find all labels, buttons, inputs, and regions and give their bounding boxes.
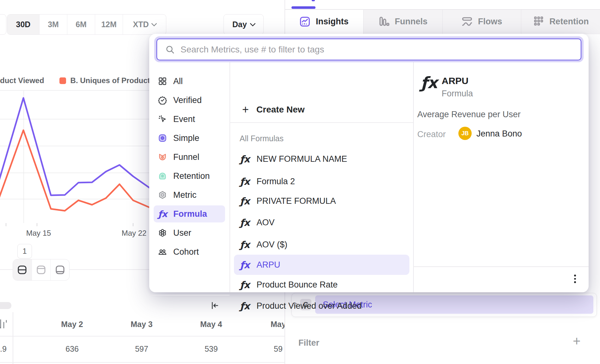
event-cursor-icon (158, 115, 167, 124)
category-metric-label: Metric (173, 190, 197, 200)
creator-label: Creator (417, 130, 446, 139)
formula-item[interactable]: ƒxPRIVATE FORMULA (234, 192, 409, 210)
tab-flows-label: Flows (478, 17, 502, 27)
tab-insights-label: Insights (316, 17, 349, 27)
more-options-button[interactable] (573, 273, 577, 284)
filter-section-label: Filter (298, 338, 319, 348)
layout-bottom-icon (55, 264, 65, 275)
section-label: All Formulas (240, 134, 284, 143)
layout-split-button[interactable] (13, 259, 32, 280)
retention-shape-icon (158, 172, 167, 180)
table-cell-may2: 636 (50, 344, 94, 354)
detail-type: Formula (442, 89, 473, 99)
fx-icon: ƒx (240, 176, 249, 187)
formula-item-label: ARPU (256, 260, 280, 270)
category-simple[interactable]: Simple (154, 130, 225, 147)
table-header-may3[interactable]: May 3 (119, 320, 164, 329)
tab-funnels[interactable]: Funnels (363, 10, 442, 34)
table-row-divider (0, 362, 285, 363)
list-divider (230, 122, 413, 123)
formula-list: + Create New All Formulas ƒxNEW FORMULA … (230, 62, 413, 292)
fx-icon: ƒx (240, 196, 249, 207)
layout-top-button[interactable] (32, 259, 51, 280)
table-header-may4[interactable]: May 4 (189, 320, 233, 329)
create-new-label: Create New (256, 105, 305, 115)
fx-icon: ƒx (240, 217, 249, 228)
category-metric[interactable]: Metric (154, 186, 225, 203)
funnels-icon (378, 16, 390, 27)
tab-flows[interactable]: Flows (442, 10, 521, 34)
formula-item[interactable]: ƒxAOV ($) (234, 236, 409, 253)
insights-icon (299, 16, 311, 27)
table-tab-partial[interactable] (0, 302, 11, 309)
category-all[interactable]: All (154, 73, 225, 90)
formula-item[interactable]: ƒxProduct Viewed over Added (234, 297, 409, 315)
app-root: 30D 3M 6M 12M XTD Day duct Viewed B. Uni… (0, 0, 600, 364)
detail-description: Average Revenue per User (417, 110, 521, 119)
table-header-may2[interactable]: May 2 (50, 320, 94, 329)
tab-insights[interactable]: Insights (285, 10, 363, 34)
layout-bottom-button[interactable] (51, 259, 69, 280)
category-cohort-label: Cohort (173, 247, 199, 257)
table-header-divider (0, 336, 285, 337)
category-all-label: All (173, 76, 183, 86)
category-event[interactable]: Event (154, 111, 225, 128)
category-verified[interactable]: Verified (154, 92, 225, 109)
category-formula[interactable]: ƒx Formula (154, 205, 225, 222)
table-cell-may4: 539 (189, 344, 233, 354)
layout-toggle-group (13, 259, 70, 281)
category-sidebar: All Verified Event Simple Funnel Retenti… (149, 62, 230, 292)
category-user[interactable]: User (154, 224, 225, 241)
fx-icon: ƒx (240, 300, 249, 312)
formula-detail-pane: ƒx ARPU Formula Average Revenue per User… (413, 62, 589, 292)
create-new-button[interactable]: + Create New (242, 101, 305, 118)
category-verified-label: Verified (173, 95, 202, 105)
page-number-badge[interactable]: 1 (17, 244, 32, 258)
layout-top-icon (36, 264, 46, 275)
tab-indicator-sliver (312, 0, 315, 1)
metric-hexagon-icon (158, 191, 167, 199)
fx-icon: ƒx (240, 154, 249, 165)
formula-item-label: Product Viewed over Added (256, 301, 362, 311)
search-input[interactable]: Search Metrics, use # to filter to tags (156, 39, 581, 60)
formula-item-selected[interactable]: ƒxARPU (234, 255, 409, 275)
metric-picker-modal: Search Metrics, use # to filter to tags … (149, 34, 589, 292)
formula-item-label: AOV ($) (256, 240, 287, 250)
search-placeholder: Search Metrics, use # to filter to tags (181, 45, 324, 55)
sidebar-footer-divider (149, 295, 230, 295)
formula-item[interactable]: ƒxNEW FORMULA NAME (234, 150, 409, 168)
collapse-sidebar-button[interactable] (210, 301, 219, 310)
formula-fx-icon: ƒx (158, 209, 167, 219)
collapse-left-icon (210, 301, 219, 310)
table-header-partial[interactable]: May (271, 320, 285, 329)
report-type-tabs: Insights Funnels Flows (285, 10, 600, 34)
tab-retention[interactable]: Retention (521, 10, 600, 34)
category-user-label: User (173, 228, 191, 238)
fx-icon: ƒx (240, 239, 249, 250)
fx-icon: ƒx (240, 279, 249, 290)
formula-item[interactable]: ƒxAOV (234, 214, 409, 231)
user-flower-icon (158, 228, 167, 237)
category-cohort[interactable]: Cohort (154, 243, 225, 260)
creator-avatar: JB (458, 127, 472, 140)
category-funnel[interactable]: Funnel (154, 149, 225, 166)
formula-item[interactable]: ƒxFormula 2 (234, 173, 409, 190)
layout-split-icon (17, 264, 28, 275)
table-column-divider (13, 312, 13, 364)
category-formula-label: Formula (173, 209, 207, 219)
table-cell-partial-last: 59 (274, 344, 285, 354)
formula-item-label: PRIVATE FORMULA (256, 196, 336, 206)
category-retention-label: Retention (173, 171, 210, 181)
flows-icon (461, 16, 473, 27)
fx-icon: ƒx (240, 259, 249, 270)
category-retention[interactable]: Retention (154, 167, 225, 185)
table-cell-may3: 597 (119, 344, 164, 354)
category-simple-label: Simple (173, 133, 199, 143)
sort-icon[interactable] (0, 318, 9, 331)
add-filter-button[interactable]: + (573, 334, 581, 349)
formula-item-label: Product Bounce Rate (256, 280, 338, 290)
all-grid-icon (158, 77, 167, 86)
funnel-shape-icon (158, 153, 167, 161)
formula-item[interactable]: ƒxProduct Bounce Rate (234, 276, 409, 294)
search-halo: Search Metrics, use # to filter to tags (154, 36, 584, 62)
